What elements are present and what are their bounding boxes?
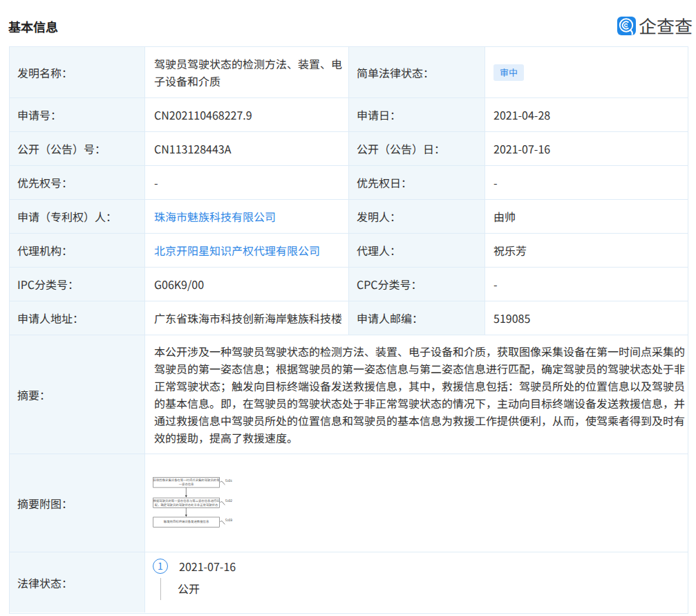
svg-text:S103: S103 xyxy=(225,518,233,522)
svg-text:S102: S102 xyxy=(225,498,233,503)
svg-text:S101: S101 xyxy=(225,478,233,483)
svg-text:获取图像采集设备在第一时间点采集的驾驶员的第: 获取图像采集设备在第一时间点采集的驾驶员的第 xyxy=(153,478,220,482)
svg-text:配，确定驾驶员的驾驶状态处于非正常驾驶状态: 配，确定驾驶员的驾驶状态处于非正常驾驶状态 xyxy=(155,503,218,507)
svg-text:根据驾驶员的第一姿态信息与第二姿态信息进行匹: 根据驾驶员的第一姿态信息与第二姿态信息进行匹 xyxy=(153,498,220,503)
svg-text:触发向目标终端设备发送救援信息: 触发向目标终端设备发送救援信息 xyxy=(164,519,209,523)
svg-text:一姿态信息: 一姿态信息 xyxy=(179,482,194,486)
